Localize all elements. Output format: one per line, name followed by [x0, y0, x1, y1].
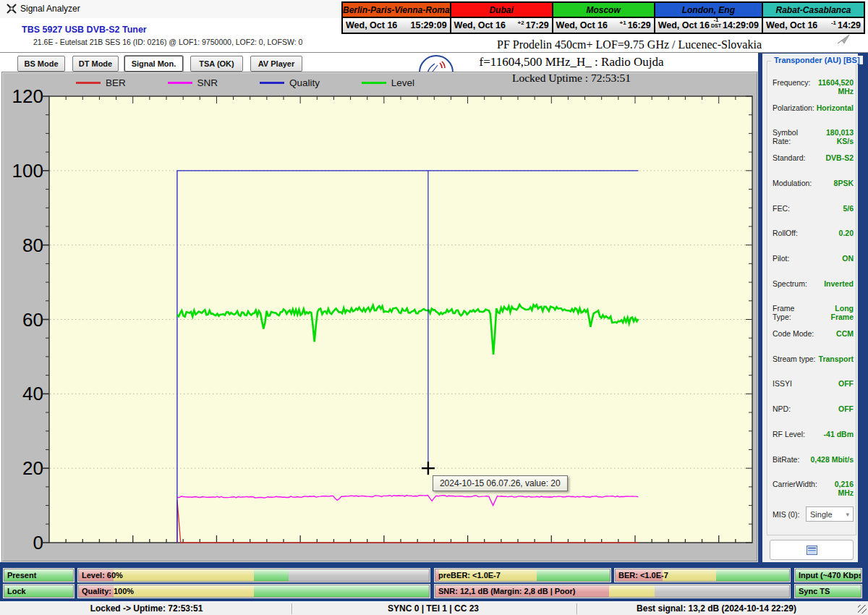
- world-clocks: Berlin-Paris-Vienna-RomaWed, Oct 1615:29…: [341, 1, 865, 34]
- legend-swatch: [260, 82, 284, 84]
- y-axis-label: 80: [4, 234, 43, 257]
- field-value: -41 dBm: [824, 430, 854, 438]
- field-value: 0,428 Mbit/s: [810, 455, 854, 464]
- signal-chart-plot[interactable]: [49, 96, 752, 543]
- tuner-name: TBS 5927 USB DVB-S2 Tuner: [22, 25, 147, 35]
- quality-meter: Quality: 100%: [78, 585, 430, 598]
- clock-time: Wed, Oct 16+116:29: [553, 17, 654, 33]
- mode-button-bs-mode[interactable]: BS Mode: [17, 56, 65, 72]
- field-label: BitRate:: [773, 455, 799, 464]
- plane-icon: [836, 33, 851, 48]
- y-axis-label: 100: [4, 160, 43, 182]
- meter-label: Sync TS: [799, 587, 830, 595]
- field-value: 5/6: [843, 204, 854, 213]
- transponder-field-3: Standard:DVB-S2: [773, 153, 854, 162]
- transponder-field-6: RollOff:0.20: [773, 229, 854, 237]
- transponder-field-5: FEC:5/6: [773, 204, 854, 213]
- legend-label: Level: [391, 77, 414, 88]
- field-value: 0.20: [839, 229, 854, 237]
- legend-item-snr: SNR: [168, 77, 218, 88]
- field-label: Pilot:: [773, 254, 789, 263]
- meter-label: BER: <1.0E-7: [618, 571, 668, 580]
- mode-button-signal-mon-[interactable]: Signal Mon.: [124, 56, 183, 72]
- y-axis-label: 40: [4, 383, 43, 405]
- mis-select[interactable]: Single ▾: [806, 506, 854, 522]
- clock-4: Rabat-CasablancaWed, Oct 16-114:29: [763, 3, 864, 33]
- meter-label: SNR: 12,1 dB (Margin: 2,8 dB | Poor): [438, 587, 576, 595]
- clock-0: Berlin-Paris-Vienna-RomaWed, Oct 1615:29…: [343, 3, 451, 33]
- clock-2: MoscowWed, Oct 16+116:29: [553, 3, 655, 33]
- legend-swatch: [362, 82, 386, 84]
- transponder-field-14: RF Level:-41 dBm: [773, 430, 854, 438]
- field-value: DVB-S2: [825, 153, 854, 162]
- y-axis-label: 60: [4, 309, 43, 331]
- clock-city: Moscow: [553, 3, 654, 17]
- transponder-field-15: BitRate:0,428 Mbit/s: [773, 455, 854, 464]
- y-axis-label: 20: [4, 457, 43, 480]
- cursor-tooltip: 2024-10-15 06.07.26, value: 20: [433, 475, 568, 491]
- field-label: RF Level:: [773, 430, 805, 438]
- transponder-field-13: NPD:OFF: [773, 404, 854, 413]
- clock-1: DubaiWed, Oct 16+217:29: [451, 3, 553, 33]
- save-icon: [807, 546, 817, 555]
- field-value: OFF: [838, 379, 854, 388]
- clock-time: Wed, Oct 16-114:29: [763, 17, 864, 33]
- app-icon: [6, 3, 17, 17]
- transponder-field-11: Stream type:Transport: [773, 355, 854, 363]
- mode-button-dt-mode[interactable]: DT Mode: [72, 56, 119, 72]
- mode-button-av-player[interactable]: AV Player: [250, 56, 302, 72]
- field-label: Spectrum:: [773, 279, 807, 288]
- clock-city: Dubai: [451, 3, 552, 17]
- legend-label: Quality: [289, 77, 320, 88]
- y-axis-label: 0: [4, 532, 43, 554]
- site-title: PF Prodelin 450cm+ LOF=9.75 GHz / Lucene…: [463, 38, 796, 51]
- field-label: Code Mode:: [773, 329, 814, 338]
- uptime-title: Locked Uptime : 72:53:51: [463, 72, 680, 85]
- save-button[interactable]: [770, 540, 854, 560]
- legend-item-level: Level: [362, 77, 414, 88]
- field-label: Frame Type:: [773, 304, 812, 321]
- present-indicator: Present: [4, 569, 74, 582]
- legend-swatch: [76, 82, 101, 84]
- lock-indicator: Lock: [4, 585, 74, 598]
- window-title: Signal Analyzer: [20, 4, 80, 14]
- mode-button-tsa-ok-[interactable]: TSA (OK): [190, 56, 243, 72]
- mis-value: Single: [810, 510, 833, 519]
- clock-city: Berlin-Paris-Vienna-Roma: [343, 3, 450, 17]
- legend-label: BER: [106, 77, 126, 88]
- meter-label: Present: [7, 571, 36, 580]
- clock-time: Wed, Oct 16+217:29: [451, 17, 552, 33]
- field-value: 11604,520 MHz: [811, 78, 854, 96]
- transponder-field-0: Frequency:11604,520 MHz: [773, 78, 854, 96]
- chevron-down-icon: ▾: [846, 511, 849, 518]
- statusbar: Locked -> Uptime: 72:53:51 SYNC 0 | TEI …: [0, 601, 868, 615]
- status-uptime: Locked -> Uptime: 72:53:51: [4, 603, 289, 614]
- tuner-info: 21.6E - Eutelsat 21B SES 16 (ID: 0216) @…: [33, 38, 302, 46]
- field-value: Long Frame: [812, 304, 854, 321]
- transponder-title: Transponder (AU) [BS]: [771, 56, 863, 64]
- meter-label: Quality: 100%: [82, 587, 134, 595]
- resize-grip[interactable]: [858, 605, 867, 614]
- field-value: 0,216 MHz: [817, 480, 854, 497]
- field-label: Symbol Rate:: [773, 128, 812, 145]
- transponder-field-8: Spectrum:Inverted: [773, 279, 854, 288]
- meter-label: preBER: <1.0E-7: [438, 571, 501, 580]
- field-value: ON: [842, 254, 854, 263]
- syncts-indicator: Sync TS: [795, 585, 861, 598]
- transponder-field-9: Frame Type:Long Frame: [773, 304, 854, 321]
- status-sync: SYNC 0 | TEI 1 | CC 23: [292, 603, 574, 614]
- legend-swatch: [168, 82, 192, 84]
- transponder-field-10: Code Mode:CCM: [773, 329, 854, 338]
- field-label: Modulation:: [773, 179, 812, 187]
- field-label: FEC:: [773, 204, 790, 213]
- mis-row: MIS (0): Single ▾: [773, 506, 854, 522]
- legend-label: SNR: [197, 77, 218, 88]
- y-axis-label: 120: [4, 85, 43, 108]
- clock-city: Rabat-Casablanca: [763, 3, 864, 17]
- mis-label: MIS (0):: [773, 510, 799, 519]
- meter-label: Input (~470 Kbps): [799, 571, 861, 580]
- field-value: 8PSK: [834, 179, 854, 187]
- transponder-field-4: Modulation:8PSK: [773, 179, 854, 187]
- field-label: ISSYI: [773, 379, 792, 388]
- clock-city: London, Eng: [655, 3, 762, 17]
